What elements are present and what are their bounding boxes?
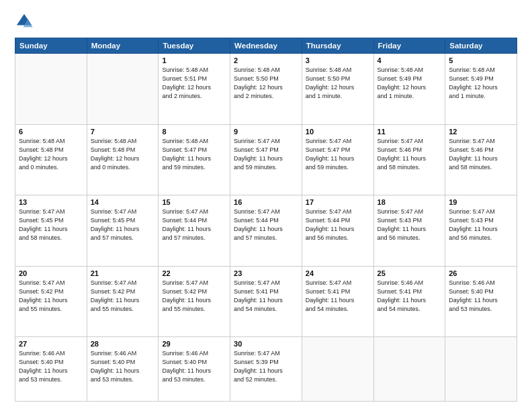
day-number: 22 bbox=[162, 269, 226, 277]
weekday-header-tuesday: Tuesday bbox=[159, 38, 230, 54]
calendar-cell: 22Sunrise: 5:47 AM Sunset: 5:42 PM Dayli… bbox=[159, 266, 230, 337]
day-number: 9 bbox=[234, 128, 298, 136]
day-info: Sunrise: 5:47 AM Sunset: 5:43 PM Dayligh… bbox=[449, 208, 513, 242]
day-number: 19 bbox=[449, 198, 513, 206]
day-number: 17 bbox=[306, 198, 370, 206]
weekday-header-sunday: Sunday bbox=[15, 38, 87, 54]
calendar-cell bbox=[15, 54, 87, 125]
day-info: Sunrise: 5:48 AM Sunset: 5:49 PM Dayligh… bbox=[378, 66, 442, 101]
day-info: Sunrise: 5:46 AM Sunset: 5:40 PM Dayligh… bbox=[19, 349, 83, 384]
calendar-cell: 20Sunrise: 5:47 AM Sunset: 5:42 PM Dayli… bbox=[15, 266, 87, 337]
calendar-cell bbox=[87, 54, 159, 125]
day-info: Sunrise: 5:47 AM Sunset: 5:46 PM Dayligh… bbox=[449, 137, 513, 172]
day-info: Sunrise: 5:48 AM Sunset: 5:49 PM Dayligh… bbox=[449, 66, 513, 101]
calendar-cell: 19Sunrise: 5:47 AM Sunset: 5:43 PM Dayli… bbox=[445, 195, 517, 267]
calendar-cell: 12Sunrise: 5:47 AM Sunset: 5:46 PM Dayli… bbox=[445, 124, 517, 195]
day-number: 27 bbox=[19, 340, 83, 348]
calendar-cell: 18Sunrise: 5:47 AM Sunset: 5:43 PM Dayli… bbox=[373, 195, 445, 267]
day-number: 1 bbox=[162, 56, 226, 64]
calendar-cell: 26Sunrise: 5:46 AM Sunset: 5:40 PM Dayli… bbox=[445, 266, 517, 337]
calendar-cell: 23Sunrise: 5:47 AM Sunset: 5:41 PM Dayli… bbox=[230, 266, 302, 337]
day-info: Sunrise: 5:47 AM Sunset: 5:44 PM Dayligh… bbox=[162, 208, 226, 242]
calendar-cell: 15Sunrise: 5:47 AM Sunset: 5:44 PM Dayli… bbox=[159, 195, 230, 267]
day-info: Sunrise: 5:47 AM Sunset: 5:44 PM Dayligh… bbox=[234, 208, 298, 242]
day-number: 29 bbox=[162, 340, 226, 348]
day-info: Sunrise: 5:46 AM Sunset: 5:40 PM Dayligh… bbox=[162, 349, 226, 384]
calendar-cell: 4Sunrise: 5:48 AM Sunset: 5:49 PM Daylig… bbox=[373, 54, 445, 125]
calendar-cell: 14Sunrise: 5:47 AM Sunset: 5:45 PM Dayli… bbox=[87, 195, 159, 267]
day-info: Sunrise: 5:48 AM Sunset: 5:50 PM Dayligh… bbox=[234, 66, 298, 101]
week-row-5: 27Sunrise: 5:46 AM Sunset: 5:40 PM Dayli… bbox=[15, 337, 517, 402]
calendar-cell: 7Sunrise: 5:48 AM Sunset: 5:48 PM Daylig… bbox=[87, 124, 159, 195]
calendar-cell: 24Sunrise: 5:47 AM Sunset: 5:41 PM Dayli… bbox=[302, 266, 373, 337]
weekday-header-friday: Friday bbox=[373, 38, 445, 54]
day-number: 26 bbox=[449, 269, 513, 277]
day-info: Sunrise: 5:47 AM Sunset: 5:47 PM Dayligh… bbox=[306, 137, 370, 172]
day-info: Sunrise: 5:47 AM Sunset: 5:41 PM Dayligh… bbox=[306, 279, 370, 314]
logo bbox=[15, 12, 36, 31]
calendar-cell: 3Sunrise: 5:48 AM Sunset: 5:50 PM Daylig… bbox=[302, 54, 373, 125]
calendar-cell: 11Sunrise: 5:47 AM Sunset: 5:46 PM Dayli… bbox=[373, 124, 445, 195]
day-info: Sunrise: 5:47 AM Sunset: 5:47 PM Dayligh… bbox=[234, 137, 298, 172]
calendar-cell: 21Sunrise: 5:47 AM Sunset: 5:42 PM Dayli… bbox=[87, 266, 159, 337]
day-info: Sunrise: 5:48 AM Sunset: 5:47 PM Dayligh… bbox=[162, 137, 226, 172]
calendar-cell: 30Sunrise: 5:47 AM Sunset: 5:39 PM Dayli… bbox=[230, 337, 302, 402]
calendar-cell: 10Sunrise: 5:47 AM Sunset: 5:47 PM Dayli… bbox=[302, 124, 373, 195]
day-info: Sunrise: 5:48 AM Sunset: 5:48 PM Dayligh… bbox=[19, 137, 83, 172]
weekday-header-row: SundayMondayTuesdayWednesdayThursdayFrid… bbox=[15, 38, 517, 54]
calendar-cell: 27Sunrise: 5:46 AM Sunset: 5:40 PM Dayli… bbox=[15, 337, 87, 402]
weekday-header-thursday: Thursday bbox=[302, 38, 373, 54]
day-info: Sunrise: 5:48 AM Sunset: 5:48 PM Dayligh… bbox=[91, 137, 155, 172]
day-number: 21 bbox=[91, 269, 155, 277]
week-row-4: 20Sunrise: 5:47 AM Sunset: 5:42 PM Dayli… bbox=[15, 266, 517, 337]
calendar-cell: 2Sunrise: 5:48 AM Sunset: 5:50 PM Daylig… bbox=[230, 54, 302, 125]
week-row-1: 1Sunrise: 5:48 AM Sunset: 5:51 PM Daylig… bbox=[15, 54, 517, 125]
day-number: 18 bbox=[378, 198, 442, 206]
day-info: Sunrise: 5:47 AM Sunset: 5:42 PM Dayligh… bbox=[91, 279, 155, 314]
day-info: Sunrise: 5:47 AM Sunset: 5:42 PM Dayligh… bbox=[19, 279, 83, 314]
day-number: 14 bbox=[91, 198, 155, 206]
day-number: 20 bbox=[19, 269, 83, 277]
calendar-cell: 13Sunrise: 5:47 AM Sunset: 5:45 PM Dayli… bbox=[15, 195, 87, 267]
calendar-table: SundayMondayTuesdayWednesdayThursdayFrid… bbox=[15, 38, 517, 402]
calendar-cell: 1Sunrise: 5:48 AM Sunset: 5:51 PM Daylig… bbox=[159, 54, 230, 125]
logo-icon bbox=[15, 12, 34, 31]
day-number: 3 bbox=[306, 56, 370, 64]
day-number: 11 bbox=[378, 128, 442, 136]
day-info: Sunrise: 5:46 AM Sunset: 5:40 PM Dayligh… bbox=[91, 349, 155, 384]
day-info: Sunrise: 5:47 AM Sunset: 5:43 PM Dayligh… bbox=[378, 208, 442, 242]
day-info: Sunrise: 5:47 AM Sunset: 5:39 PM Dayligh… bbox=[234, 349, 298, 384]
calendar-cell: 8Sunrise: 5:48 AM Sunset: 5:47 PM Daylig… bbox=[159, 124, 230, 195]
day-info: Sunrise: 5:47 AM Sunset: 5:45 PM Dayligh… bbox=[91, 208, 155, 242]
calendar-cell: 9Sunrise: 5:47 AM Sunset: 5:47 PM Daylig… bbox=[230, 124, 302, 195]
page: SundayMondayTuesdayWednesdayThursdayFrid… bbox=[0, 0, 532, 411]
weekday-header-saturday: Saturday bbox=[445, 38, 517, 54]
day-info: Sunrise: 5:47 AM Sunset: 5:45 PM Dayligh… bbox=[19, 208, 83, 242]
day-number: 28 bbox=[91, 340, 155, 348]
day-number: 7 bbox=[91, 128, 155, 136]
calendar-cell bbox=[302, 337, 373, 402]
calendar-cell: 29Sunrise: 5:46 AM Sunset: 5:40 PM Dayli… bbox=[159, 337, 230, 402]
day-number: 4 bbox=[378, 56, 442, 64]
day-number: 2 bbox=[234, 56, 298, 64]
weekday-header-monday: Monday bbox=[87, 38, 159, 54]
calendar-cell: 6Sunrise: 5:48 AM Sunset: 5:48 PM Daylig… bbox=[15, 124, 87, 195]
calendar-cell bbox=[445, 337, 517, 402]
week-row-2: 6Sunrise: 5:48 AM Sunset: 5:48 PM Daylig… bbox=[15, 124, 517, 195]
day-info: Sunrise: 5:46 AM Sunset: 5:41 PM Dayligh… bbox=[378, 279, 442, 314]
day-number: 10 bbox=[306, 128, 370, 136]
weekday-header-wednesday: Wednesday bbox=[230, 38, 302, 54]
calendar-cell: 17Sunrise: 5:47 AM Sunset: 5:44 PM Dayli… bbox=[302, 195, 373, 267]
day-number: 13 bbox=[19, 198, 83, 206]
calendar-cell bbox=[373, 337, 445, 402]
calendar-cell: 16Sunrise: 5:47 AM Sunset: 5:44 PM Dayli… bbox=[230, 195, 302, 267]
day-number: 12 bbox=[449, 128, 513, 136]
week-row-3: 13Sunrise: 5:47 AM Sunset: 5:45 PM Dayli… bbox=[15, 195, 517, 267]
header bbox=[15, 12, 517, 31]
day-number: 24 bbox=[306, 269, 370, 277]
day-info: Sunrise: 5:48 AM Sunset: 5:51 PM Dayligh… bbox=[162, 66, 226, 101]
day-info: Sunrise: 5:47 AM Sunset: 5:42 PM Dayligh… bbox=[162, 279, 226, 314]
day-number: 16 bbox=[234, 198, 298, 206]
day-info: Sunrise: 5:47 AM Sunset: 5:46 PM Dayligh… bbox=[378, 137, 442, 172]
day-number: 23 bbox=[234, 269, 298, 277]
